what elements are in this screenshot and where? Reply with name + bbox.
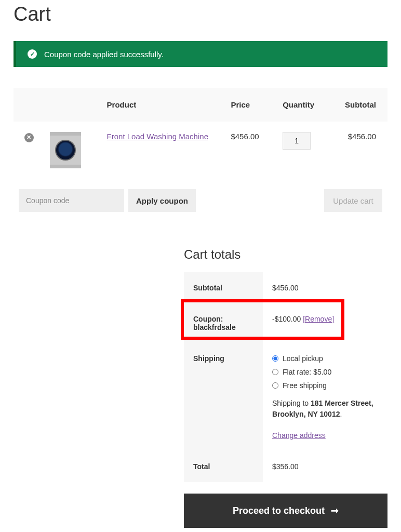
radio-flat-rate[interactable] (272, 369, 278, 375)
remove-item-button[interactable]: ✕ (24, 133, 34, 142)
remove-coupon-link[interactable]: [Remove] (303, 315, 334, 323)
radio-free-shipping[interactable] (272, 382, 278, 389)
coupon-code-input[interactable] (19, 189, 124, 212)
total-value: $356.00 (263, 451, 387, 482)
col-thumbnail (45, 88, 102, 122)
total-row: Total $356.00 (184, 451, 387, 482)
subtotal-value: $456.00 (263, 272, 387, 303)
shipping-address: Shipping to 181 Mercer Street, Brooklyn,… (272, 398, 378, 420)
shipping-label: Shipping (184, 343, 263, 451)
cart-actions: Apply coupon Update cart (19, 189, 382, 212)
shipping-option-label: Flat rate: $5.00 (283, 368, 331, 376)
success-message: ✓ Coupon code applied successfully. (14, 41, 387, 67)
total-label: Total (184, 451, 263, 482)
col-remove (14, 88, 45, 122)
col-quantity: Quantity (277, 88, 340, 122)
spacer (196, 189, 324, 212)
shipping-option-flat-rate[interactable]: Flat rate: $5.00 (272, 368, 378, 376)
page-title: Cart (14, 3, 387, 25)
cart-totals-section: Cart totals Subtotal $456.00 Coupon: bla… (184, 247, 387, 528)
shipping-option-label: Free shipping (283, 381, 327, 390)
shipping-to-prefix: Shipping to (272, 399, 311, 407)
product-thumbnail[interactable] (50, 132, 81, 168)
cart-totals-table: Subtotal $456.00 Coupon: blackfrdsale -$… (184, 272, 387, 482)
cart-row: ✕ Front Load Washing Machine $456.00 $45… (14, 122, 387, 179)
shipping-option-label: Local pickup (283, 354, 323, 363)
coupon-row: Coupon: blackfrdsale -$100.00 [Remove] (184, 303, 387, 343)
shipping-option-local-pickup[interactable]: Local pickup (272, 354, 378, 363)
col-subtotal: Subtotal (340, 88, 387, 122)
close-icon: ✕ (26, 134, 31, 141)
message-text: Coupon code applied successfully. (44, 50, 164, 59)
apply-coupon-button[interactable]: Apply coupon (128, 189, 196, 212)
washer-drum-icon (55, 140, 76, 161)
col-price: Price (225, 88, 277, 122)
item-price: $456.00 (225, 122, 277, 179)
period: . (340, 410, 342, 418)
check-circle-icon: ✓ (28, 49, 37, 59)
radio-local-pickup[interactable] (272, 355, 278, 362)
col-product: Product (102, 88, 226, 122)
shipping-row: Shipping Local pickup Flat rate: $5.00 (184, 343, 387, 451)
proceed-to-checkout-button[interactable]: Proceed to checkout ➞ (184, 494, 387, 528)
change-address-link[interactable]: Change address (272, 431, 326, 440)
shipping-option-free-shipping[interactable]: Free shipping (272, 381, 378, 390)
shipping-options: Local pickup Flat rate: $5.00 Free shipp… (272, 354, 378, 390)
subtotal-label: Subtotal (184, 272, 263, 303)
quantity-input[interactable] (283, 132, 311, 150)
product-link[interactable]: Front Load Washing Machine (107, 132, 208, 141)
item-subtotal: $456.00 (340, 122, 387, 179)
coupon-discount-value: -$100.00 (272, 315, 303, 323)
cart-table: Product Price Quantity Subtotal ✕ Front … (14, 88, 387, 222)
checkout-button-label: Proceed to checkout (233, 506, 325, 516)
coupon-label: Coupon: blackfrdsale (184, 303, 263, 343)
subtotal-row: Subtotal $456.00 (184, 272, 387, 303)
cart-totals-heading: Cart totals (184, 247, 387, 262)
arrow-right-icon: ➞ (331, 505, 339, 516)
update-cart-button: Update cart (324, 189, 382, 212)
